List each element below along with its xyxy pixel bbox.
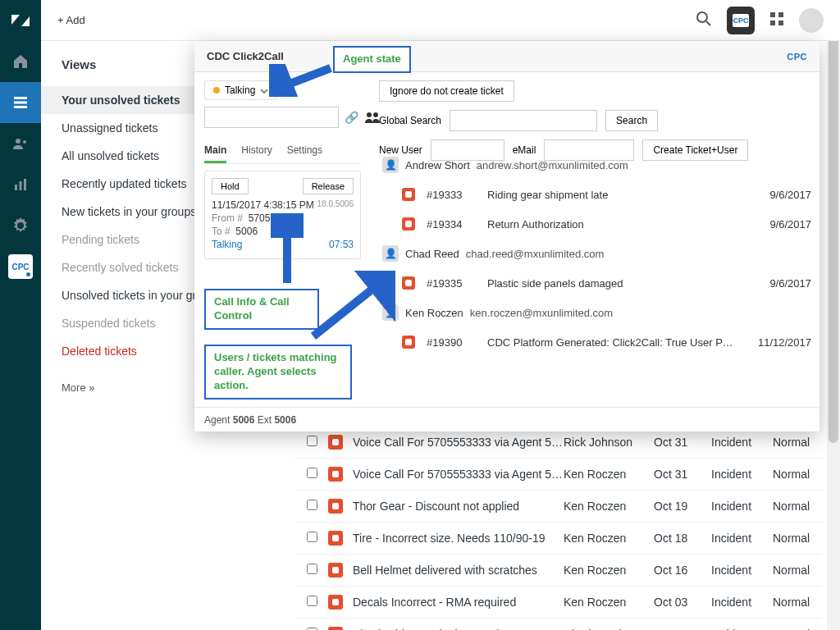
result-ticket[interactable]: #19333Riding gear shipment late9/6/2017 xyxy=(379,180,815,209)
views-icon[interactable] xyxy=(0,82,41,123)
svg-point-4 xyxy=(23,140,26,144)
row-checkbox[interactable] xyxy=(307,532,317,542)
ticket-date: Oct 16 xyxy=(654,564,711,577)
result-ticket[interactable]: #19335Plastic side panels damaged9/6/201… xyxy=(379,268,815,298)
search-icon[interactable] xyxy=(696,11,712,30)
callout-call-info: Call Info & Call Control xyxy=(204,289,319,330)
footer-agent-label: Agent xyxy=(204,414,230,426)
customers-icon[interactable] xyxy=(0,123,41,164)
ticket-type: Incident xyxy=(711,468,773,481)
ticket-date: Oct 18 xyxy=(654,532,711,545)
user-name: Ken Roczen xyxy=(405,307,463,319)
to-number: 5006 xyxy=(235,226,258,237)
ticket-number: #19390 xyxy=(427,336,476,349)
ignore-button[interactable]: Ignore do not create ticket xyxy=(379,80,514,102)
ticket-priority: Normal xyxy=(773,532,822,545)
ticket-priority: Normal xyxy=(773,468,822,481)
search-button[interactable]: Search xyxy=(605,110,658,131)
user-name: Andrew Short xyxy=(405,159,470,171)
tab-settings[interactable]: Settings xyxy=(287,139,322,163)
cpc-app-icon[interactable]: CPC xyxy=(8,254,33,279)
result-user[interactable]: 👤Ken Roczenken.roczen@mxunlimited.com xyxy=(379,298,815,327)
table-row[interactable]: Tire - Incorrect size. Needs 110/90-19Ke… xyxy=(295,523,822,555)
result-user[interactable]: 👤Andrew Shortandrew.short@mxunlimited.co… xyxy=(379,150,815,180)
ticket-subject: Riding gear shipment late xyxy=(487,189,734,201)
ticket-number: #19335 xyxy=(427,277,476,290)
result-user[interactable]: 👤Chad Reedchad.reed@mxunlimited.com xyxy=(379,239,815,268)
svg-point-8 xyxy=(697,12,707,22)
row-checkbox[interactable] xyxy=(307,596,317,606)
apps-grid-icon[interactable] xyxy=(769,11,784,30)
svg-line-16 xyxy=(277,68,331,89)
footer-agent: 5006 xyxy=(233,414,255,426)
row-checkbox[interactable] xyxy=(307,500,317,510)
ticket-status-icon xyxy=(328,563,343,578)
ticket-priority: Normal xyxy=(773,436,822,449)
table-row[interactable]: Plastic side panels damagedChad ReedSep … xyxy=(295,619,822,630)
hold-button[interactable]: Hold xyxy=(212,178,249,194)
result-ticket[interactable]: #19334Return Authorization9/6/2017 xyxy=(379,209,815,239)
tab-history[interactable]: History xyxy=(241,139,272,163)
release-button[interactable]: Release xyxy=(303,178,354,194)
user-icon: 👤 xyxy=(382,245,399,262)
ticket-priority: Normal xyxy=(773,500,822,513)
table-row[interactable]: Bell Helmet delivered with scratchesKen … xyxy=(295,555,822,587)
home-icon[interactable] xyxy=(0,41,41,82)
ticket-subject: Plastic side panels damaged xyxy=(487,277,734,290)
row-checkbox[interactable] xyxy=(307,564,317,574)
dial-input[interactable] xyxy=(204,107,339,128)
reporting-icon[interactable] xyxy=(0,164,41,205)
ticket-status-icon xyxy=(402,217,415,231)
callout-users: Users / tickets matching caller. Agent s… xyxy=(204,345,352,399)
svg-rect-6 xyxy=(20,181,22,190)
chevron-down-icon xyxy=(260,84,268,96)
user-email: ken.roczen@mxunlimited.com xyxy=(470,307,613,319)
footer-ext-label: Ext xyxy=(258,414,272,426)
svg-rect-7 xyxy=(24,179,26,190)
call-status: Talking xyxy=(212,239,242,250)
table-row[interactable]: Thor Gear - Discount not appliedKen Rocz… xyxy=(295,491,822,523)
popup-right-panel: Ignore do not create ticket Global Searc… xyxy=(371,72,819,407)
agent-state-dropdown[interactable]: Talking xyxy=(204,80,277,100)
user-email: chad.reed@mxunlimited.com xyxy=(466,248,605,260)
ticket-priority: Normal xyxy=(773,564,822,577)
global-search-label: Global Search xyxy=(379,115,441,126)
global-search-input[interactable] xyxy=(450,110,597,131)
svg-line-18 xyxy=(313,281,383,336)
ticket-requester: Ken Roczen xyxy=(564,564,654,577)
link-icon[interactable]: 🔗 xyxy=(344,107,359,128)
svg-point-3 xyxy=(16,139,21,144)
zendesk-logo-icon xyxy=(0,0,41,41)
result-ticket[interactable]: #19390CDC Platform Generated: Click2Call… xyxy=(379,327,815,357)
svg-line-9 xyxy=(706,21,710,25)
footer-ext: 5006 xyxy=(274,414,296,426)
svg-rect-1 xyxy=(14,102,27,104)
page-scrollbar[interactable] xyxy=(827,0,840,630)
cpc-badge[interactable]: CPC xyxy=(727,7,755,34)
add-button[interactable]: + Add xyxy=(57,14,85,26)
top-bar: + Add CPC xyxy=(41,0,840,41)
ticket-date: Oct 31 xyxy=(654,468,711,481)
svg-rect-13 xyxy=(778,21,783,25)
ticket-status-icon xyxy=(402,336,415,349)
admin-icon[interactable] xyxy=(0,205,41,246)
row-checkbox[interactable] xyxy=(307,468,317,478)
ticket-requester: Ken Roczen xyxy=(564,468,654,481)
popup-footer: Agent 5006 Ext 5006 xyxy=(194,407,819,431)
table-row[interactable]: Decals Incorrect - RMA requiredKen Rocze… xyxy=(295,587,822,619)
ticket-status-icon xyxy=(402,276,415,290)
row-checkbox[interactable] xyxy=(307,436,317,446)
results-list[interactable]: 👤Andrew Shortandrew.short@mxunlimited.co… xyxy=(379,150,815,407)
user-avatar[interactable] xyxy=(799,8,824,33)
table-row[interactable]: Voice Call For 5705553333 via Agent 5…Ke… xyxy=(295,459,822,491)
tab-main[interactable]: Main xyxy=(204,139,226,163)
ticket-status-icon xyxy=(328,595,343,609)
ticket-number: #19333 xyxy=(427,189,476,201)
ticket-priority: Normal xyxy=(773,596,822,609)
ticket-type: Incident xyxy=(711,564,773,577)
arrow-call-info xyxy=(271,213,304,287)
ticket-status-icon xyxy=(328,531,343,546)
user-email: andrew.short@mxunlimited.com xyxy=(477,159,628,171)
to-label: To # xyxy=(212,226,231,237)
ticket-requester: Ken Roczen xyxy=(564,596,654,609)
